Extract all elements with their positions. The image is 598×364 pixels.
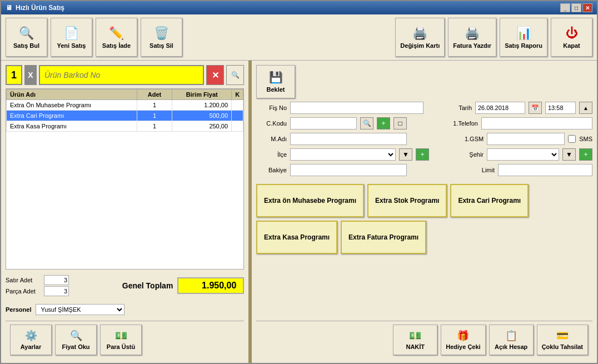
satis-raporu-label: Satış Raporu [505,42,542,49]
main-content: 1 X ✕ 🔍 Ürün Adı Adet Birim F [1,61,597,363]
genel-toplam-label: Genel Toplam [122,281,173,290]
minimize-button[interactable]: _ [560,3,570,12]
sehir-label: Şehir [453,151,484,158]
kapat-icon: ⏻ [566,26,578,41]
c-kodu-add-button[interactable]: + [377,117,390,129]
time-button[interactable]: ▲ [579,102,592,114]
clear-icon: ✕ [212,70,219,81]
sms-label: SMS [579,136,592,142]
close-button[interactable]: ✕ [582,3,592,12]
sehir-add-button[interactable]: + [579,148,592,161]
table-row[interactable]: Extra Cari Programı 1 500,00 [7,111,243,121]
yeni-satis-button[interactable]: 📄 Yeni Satış [51,18,92,57]
limit-input[interactable] [498,164,592,176]
satis-bul-button[interactable]: 🔍 Satış Bul [6,18,47,57]
satir-adet-input[interactable] [44,275,69,285]
coklu-tahsilat-button[interactable]: 💳 Çoklu Tahsilat [537,325,588,355]
product-table: Ürün Adı Adet Birim Fiyat K Extra Ön Muh… [6,88,244,270]
product-name: Extra Kasa Programı [7,121,137,132]
sehir-dropdown-icon[interactable]: ▼ [562,148,576,161]
ilce-dropdown-icon[interactable]: ▼ [399,148,412,161]
satis-iade-icon: ✏️ [109,26,124,41]
nakit-button[interactable]: 💵 NAKİT [393,325,437,355]
stat-group: Satır Adet Parça Adet [6,275,69,296]
extra-fatura-label: Extra Fatura Programı [348,233,418,241]
degisim-karti-button[interactable]: 🖨️ Değişim Kartı [395,18,445,57]
col-header-k: K [232,89,243,100]
ayarlar-icon: ⚙️ [25,330,37,342]
bakiye-input[interactable] [290,164,407,176]
calendar-button[interactable]: 📅 [529,102,542,114]
m-adi-input[interactable] [290,133,407,145]
fiyat-oku-label: Fiyat Oku [62,343,89,350]
sehir-select[interactable] [487,148,559,161]
product-adet: 1 [137,121,172,132]
beklet-icon: 💾 [269,71,283,84]
acik-hesap-button[interactable]: 📋 Açık Hesap [489,325,534,355]
x-button[interactable]: X [24,65,37,85]
fatura-yazdir-button[interactable]: 🖨️ Fatura Yazdır [448,18,496,57]
parca-adet-label: Parça Adet [6,288,42,295]
c-kodu-input[interactable] [290,117,357,129]
satis-raporu-button[interactable]: 📊 Satış Raporu [500,18,547,57]
para-ustu-icon: 💵 [115,330,127,342]
satis-sil-button[interactable]: 🗑️ Satış Sil [141,18,182,57]
beklet-button[interactable]: 💾 Beklet [256,65,295,98]
time-input[interactable] [545,102,576,114]
sms-checkbox[interactable] [568,135,576,143]
right-panel: 💾 Beklet Fiş No Tarih 📅 ▲ C [252,61,597,363]
fis-no-input[interactable] [290,102,423,114]
payment-toolbar: 💵 NAKİT 🎁 Hediye Çeki 📋 Açık Hesap 💳 Çok… [256,321,592,358]
product-adet: 1 [137,111,172,121]
extra-on-muhasebe-button[interactable]: Extra ön Muhasebe Programı [256,184,364,217]
product-price: 1.200,00 [172,100,232,111]
titlebar: 🖥 Hızlı Ürün Satış _ □ ✕ [1,1,597,14]
parca-adet-input[interactable] [44,286,69,296]
tarih-input[interactable] [475,102,525,114]
titlebar-controls: _ □ ✕ [560,3,592,12]
maximize-button[interactable]: □ [571,3,581,12]
product-price: 500,00 [172,111,232,121]
nakit-icon: 💵 [409,330,421,342]
c-kodu-search-button[interactable]: 🔍 [360,117,373,129]
kapat-label: Kapat [563,42,580,49]
yeni-satis-label: Yeni Satış [57,42,86,49]
product-name: Extra Ön Muhasebe Programı [7,100,137,111]
extra-cari-button[interactable]: Extra Cari Programı [450,184,529,217]
extra-kasa-button[interactable]: Extra Kasa Programı [256,221,337,254]
para-ustu-button[interactable]: 💵 Para Üstü [100,325,142,355]
table-row[interactable]: Extra Kasa Programı 1 250,00 [7,121,243,132]
left-panel: 1 X ✕ 🔍 Ürün Adı Adet Birim F [1,61,250,363]
barcode-clear-button[interactable]: ✕ [206,65,224,85]
nakit-label: NAKİT [406,343,425,350]
kapat-button[interactable]: ⏻ Kapat [551,18,592,57]
extra-stok-button[interactable]: Extra Stok Programı [367,184,447,217]
gsm-input[interactable] [487,133,565,145]
table-row[interactable]: Extra Ön Muhasebe Programı 1 1.200,00 [7,100,243,111]
search-icon: 🔍 [231,71,240,79]
ilce-select[interactable] [290,148,396,161]
personnel-select[interactable]: Yusuf ŞİMŞEK [36,304,124,315]
fiyat-oku-button[interactable]: 🔍 Fiyat Oku [55,325,97,355]
ayarlar-button[interactable]: ⚙️ Ayarlar [10,325,52,355]
col-header-name: Ürün Adı [7,89,137,100]
telefon-label: 1.Telefon [447,120,478,127]
titlebar-left: 🖥 Hızlı Ürün Satış [6,4,64,12]
c-kodu-extra-button[interactable]: □ [393,117,407,129]
col-header-adet: Adet [137,89,172,100]
extra-fatura-button[interactable]: Extra Fatura Programı [341,221,426,254]
personnel-label: Personel [6,306,31,313]
ilce-add-button[interactable]: + [416,148,429,161]
product-k [232,121,243,132]
barcode-input[interactable] [39,65,204,85]
barcode-search-button[interactable]: 🔍 [226,65,244,85]
parca-adet-row: Parça Adet [6,286,69,296]
extra-on-muhasebe-label: Extra ön Muhasebe Programı [264,197,356,205]
beklet-label: Beklet [266,86,285,93]
satis-iade-button[interactable]: ✏️ Satış İade [96,18,137,57]
bottom-toolbar: ⚙️ Ayarlar 🔍 Fiyat Oku 💵 Para Üstü [6,321,244,358]
hediye-ceki-button[interactable]: 🎁 Hediye Çeki [441,325,485,355]
product-k [232,111,243,121]
telefon-input[interactable] [481,117,592,129]
acik-hesap-label: Açık Hesap [495,343,527,350]
